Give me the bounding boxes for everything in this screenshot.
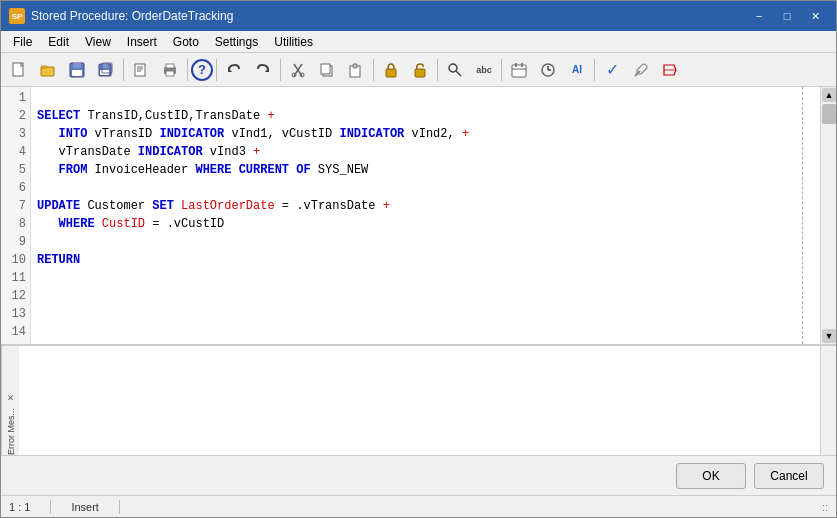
open-button[interactable]: [34, 57, 62, 83]
undo-button[interactable]: [220, 57, 248, 83]
status-bar: 1 : 1 Insert ::: [1, 495, 836, 517]
ok-button[interactable]: OK: [676, 463, 746, 489]
vertical-scrollbar[interactable]: ▲ ▼: [820, 87, 836, 344]
svg-rect-5: [72, 70, 82, 76]
bottom-bar: OK Cancel: [1, 455, 836, 495]
menu-settings[interactable]: Settings: [207, 31, 266, 52]
svg-rect-16: [166, 71, 174, 76]
more-button[interactable]: [656, 57, 684, 83]
svg-rect-4: [73, 63, 81, 68]
new-button[interactable]: [5, 57, 33, 83]
menu-utilities[interactable]: Utilities: [266, 31, 321, 52]
save-all-button[interactable]: [92, 57, 120, 83]
tools-button[interactable]: [627, 57, 655, 83]
svg-rect-27: [386, 69, 396, 77]
title-bar-left: SP Stored Procedure: OrderDateTracking: [9, 8, 233, 24]
check-button[interactable]: ✓: [598, 57, 626, 83]
scrollbar-thumb[interactable]: [822, 104, 836, 124]
svg-rect-24: [321, 64, 330, 74]
line-numbers: 12345 678910 1112131415 1617: [1, 87, 31, 344]
close-button[interactable]: ✕: [802, 6, 828, 26]
minimize-button[interactable]: −: [746, 6, 772, 26]
error-content[interactable]: [19, 346, 820, 455]
print-preview-button[interactable]: [127, 57, 155, 83]
title-bar: SP Stored Procedure: OrderDateTracking −…: [1, 1, 836, 31]
status-sep-2: [119, 500, 120, 514]
copy-button[interactable]: [313, 57, 341, 83]
svg-rect-8: [100, 70, 109, 75]
svg-rect-2: [41, 66, 47, 68]
window-controls: − □ ✕: [746, 6, 828, 26]
error-label: Error Mes... ×: [1, 346, 19, 455]
paste-button[interactable]: [342, 57, 370, 83]
status-corner: ::: [822, 501, 828, 513]
help-button[interactable]: ?: [191, 59, 213, 81]
menu-view[interactable]: View: [77, 31, 119, 52]
print-button[interactable]: [156, 57, 184, 83]
svg-rect-26: [353, 64, 357, 68]
svg-line-30: [456, 71, 461, 76]
cut-button[interactable]: [284, 57, 312, 83]
spell-button[interactable]: abc: [470, 57, 498, 83]
menu-bar: File Edit View Insert Goto Settings Util…: [1, 31, 836, 53]
calendar-button[interactable]: [505, 57, 533, 83]
toolbar: ?: [1, 53, 836, 87]
svg-point-29: [449, 64, 457, 72]
lock-button[interactable]: [377, 57, 405, 83]
unlock-button[interactable]: [406, 57, 434, 83]
menu-file[interactable]: File: [5, 31, 40, 52]
ai-button[interactable]: AI: [563, 57, 591, 83]
error-panel: Error Mes... ×: [1, 345, 836, 455]
error-scrollbar[interactable]: [820, 346, 836, 455]
error-close-button[interactable]: ×: [5, 392, 17, 404]
clock-button[interactable]: [534, 57, 562, 83]
menu-insert[interactable]: Insert: [119, 31, 165, 52]
maximize-button[interactable]: □: [774, 6, 800, 26]
search-button[interactable]: [441, 57, 469, 83]
menu-goto[interactable]: Goto: [165, 31, 207, 52]
app-icon: SP: [9, 8, 25, 24]
svg-rect-28: [415, 69, 425, 77]
svg-rect-31: [512, 65, 526, 77]
editor-mode: Insert: [71, 501, 99, 513]
redo-button[interactable]: [249, 57, 277, 83]
window-title: Stored Procedure: OrderDateTracking: [31, 9, 233, 23]
status-sep-1: [50, 500, 51, 514]
cursor-position: 1 : 1: [9, 501, 30, 513]
svg-rect-15: [166, 64, 174, 68]
main-window: SP Stored Procedure: OrderDateTracking −…: [0, 0, 837, 518]
svg-rect-10: [135, 64, 145, 76]
code-content[interactable]: SELECT TransID,CustID,TransDate + INTO v…: [31, 87, 820, 344]
cancel-button[interactable]: Cancel: [754, 463, 824, 489]
sql-editor-area[interactable]: 12345 678910 1112131415 1617 SELECT Tran…: [1, 87, 820, 344]
save-button[interactable]: [63, 57, 91, 83]
menu-edit[interactable]: Edit: [40, 31, 77, 52]
